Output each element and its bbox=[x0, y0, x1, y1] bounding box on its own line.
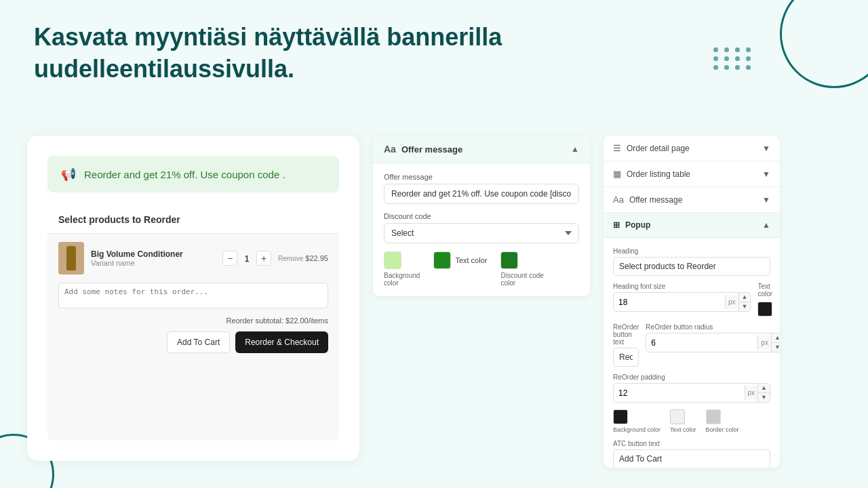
btn-border-swatch[interactable] bbox=[706, 409, 721, 424]
offer-message-input[interactable] bbox=[384, 184, 579, 204]
font-size-up[interactable]: ▲ bbox=[739, 293, 751, 302]
heading-field: Heading bbox=[613, 247, 770, 276]
discount-code-field: Discount code Select bbox=[384, 212, 579, 243]
font-size-steppers[interactable]: ▲ ▼ bbox=[738, 293, 751, 311]
radius-up[interactable]: ▲ bbox=[772, 333, 780, 343]
bg-color-label: Backgroundcolor bbox=[384, 272, 420, 287]
btn-bg-swatch[interactable] bbox=[613, 409, 628, 424]
text-color-item: Text color bbox=[433, 251, 487, 269]
offer-message-icon: Aa bbox=[384, 144, 396, 155]
dots-decoration bbox=[713, 47, 753, 70]
product-row: Big Volume Conditioner Variant name − 1 … bbox=[58, 242, 328, 274]
notes-textarea[interactable] bbox=[58, 283, 328, 308]
popup-form: Heading Heading font size px ▲ ▼ bbox=[604, 238, 780, 468]
btn-border-color: Border color bbox=[706, 409, 739, 433]
font-size-down[interactable]: ▼ bbox=[739, 302, 751, 311]
qty-decrease-button[interactable]: − bbox=[222, 251, 237, 266]
chevron-down-icon-2: ▼ bbox=[762, 169, 770, 179]
btn-text-swatch[interactable] bbox=[670, 409, 685, 424]
offer-message-header[interactable]: Aa Offer message ▲ bbox=[373, 136, 590, 163]
reorder-radius-input[interactable]: px ▲ ▼ bbox=[646, 333, 780, 352]
discount-color-label: Discount codecolor bbox=[500, 272, 543, 287]
offer-message-section: Aa Offer message ▲ Offer message Discoun… bbox=[373, 136, 590, 296]
right-item-order-detail[interactable]: ☰ Order detail page ▼ bbox=[604, 136, 780, 161]
font-size-value[interactable] bbox=[614, 294, 725, 310]
chevron-down-icon: ▼ bbox=[762, 144, 770, 153]
order-detail-icon: ☰ bbox=[613, 143, 621, 153]
offer-message-nav-icon: Aa bbox=[613, 195, 624, 205]
color-row: Backgroundcolor Text color Discount code… bbox=[384, 251, 579, 287]
qty-increase-button[interactable]: + bbox=[256, 251, 271, 266]
atc-text-field: ATC button text bbox=[613, 440, 770, 468]
right-item-order-listing[interactable]: ▦ Order listing table ▼ bbox=[604, 161, 780, 187]
reorder-checkout-button[interactable]: Reorder & Checkout bbox=[235, 331, 328, 353]
reorder-padding-value[interactable] bbox=[614, 385, 745, 401]
settings-panel: Aa Offer message ▲ Offer message Discoun… bbox=[373, 136, 590, 488]
offer-message-field: Offer message bbox=[384, 173, 579, 204]
remove-price: Remove $22.95 bbox=[278, 254, 328, 262]
bg-color-swatch[interactable] bbox=[384, 251, 401, 269]
offer-message-body: Offer message Discount code Select Backg… bbox=[373, 163, 590, 296]
popup-chevron-up: ▲ bbox=[762, 220, 770, 230]
hero-title: Kasvata myyntiäsi näyttävällä bannerilla… bbox=[34, 22, 502, 85]
right-item-popup[interactable]: ⊞ Popup ▲ bbox=[604, 213, 780, 238]
reorder-btn-text-input[interactable] bbox=[613, 348, 639, 367]
btn-color-row: Background color Text color Border color bbox=[613, 409, 770, 433]
heading-input[interactable] bbox=[613, 257, 770, 276]
padding-down[interactable]: ▼ bbox=[758, 393, 770, 402]
quantity-control[interactable]: − 1 + bbox=[222, 251, 271, 266]
right-panel: ☰ Order detail page ▼ ▦ Order listing ta… bbox=[604, 136, 780, 468]
popup-preview: Select products to Reorder Big Volume Co… bbox=[47, 206, 339, 441]
right-item-offer-message[interactable]: Aa Offer message ▼ bbox=[604, 187, 780, 213]
btn-text-color: Text color bbox=[670, 409, 696, 433]
popup-section-header[interactable]: ⊞ Popup ▲ bbox=[604, 213, 780, 237]
padding-up[interactable]: ▲ bbox=[758, 384, 770, 393]
subtotal: Reorder subtotal: $22.00/items bbox=[58, 317, 328, 325]
reorder-btn-row: ReOrder button text ReOrder button radiu… bbox=[613, 323, 770, 367]
discount-code-select[interactable]: Select bbox=[384, 223, 579, 243]
popup-icon: ⊞ bbox=[613, 220, 620, 230]
discount-color-swatch[interactable] bbox=[500, 251, 518, 269]
chevron-down-icon-3: ▼ bbox=[762, 195, 770, 205]
popup-title: Select products to Reorder bbox=[47, 206, 339, 234]
discount-color-item: Discount codecolor bbox=[500, 251, 543, 287]
font-size-row: Heading font size px ▲ ▼ Text color bbox=[613, 283, 770, 317]
product-image bbox=[58, 242, 84, 274]
reorder-padding-input[interactable]: px ▲ ▼ bbox=[613, 383, 770, 403]
btn-bg-color: Background color bbox=[613, 409, 660, 433]
megaphone-icon: 📢 bbox=[61, 167, 76, 182]
preview-card: 📢 Reorder and get 21% off. Use coupon co… bbox=[27, 136, 359, 461]
text-color-swatch[interactable] bbox=[433, 251, 451, 269]
bg-color-item: Backgroundcolor bbox=[384, 251, 420, 287]
reorder-padding-row: ReOrder padding px ▲ ▼ bbox=[613, 373, 770, 403]
offer-banner: 📢 Reorder and get 21% off. Use coupon co… bbox=[47, 156, 339, 192]
atc-btn-text-input[interactable] bbox=[613, 449, 770, 468]
add-to-cart-button[interactable]: Add To Cart bbox=[167, 331, 230, 353]
popup-body: Big Volume Conditioner Variant name − 1 … bbox=[47, 234, 339, 361]
action-buttons: Add To Cart Reorder & Checkout bbox=[58, 331, 328, 353]
font-size-input[interactable]: px ▲ ▼ bbox=[613, 292, 751, 312]
chevron-up-icon: ▲ bbox=[571, 144, 579, 154]
radius-down[interactable]: ▼ bbox=[772, 343, 780, 352]
order-listing-icon: ▦ bbox=[613, 169, 621, 179]
product-info: Big Volume Conditioner Variant name bbox=[91, 249, 216, 267]
reorder-radius-value[interactable] bbox=[646, 335, 757, 351]
heading-text-color-swatch[interactable] bbox=[757, 302, 772, 317]
decorative-circle-top bbox=[780, 0, 868, 88]
text-color-label-inline: Text color bbox=[455, 256, 487, 264]
